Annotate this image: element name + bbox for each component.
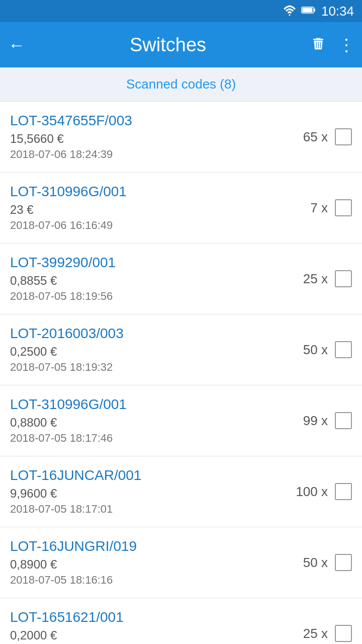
list-item-right: 50 x	[292, 341, 352, 358]
list-item: LOT-2016003/003 0,2500 € 2018-07-05 18:1…	[0, 314, 362, 385]
item-checkbox[interactable]	[335, 270, 352, 287]
lot-code: LOT-16JUNCAR/001	[10, 467, 292, 484]
quantity-text: 25 x	[303, 271, 328, 287]
status-time: 10:34	[321, 4, 354, 19]
item-checkbox[interactable]	[335, 412, 352, 429]
quantity-text: 50 x	[303, 342, 328, 358]
list-item-content: LOT-16JUNGRI/019 0,8900 € 2018-07-05 18:…	[10, 538, 292, 587]
lot-date: 2018-07-05 18:17:01	[10, 503, 292, 516]
quantity-text: 7 x	[310, 200, 328, 216]
list-item-content: LOT-399290/001 0,8855 € 2018-07-05 18:19…	[10, 255, 292, 303]
lot-price: 9,9600 €	[10, 487, 292, 501]
lot-code: LOT-2016003/003	[10, 326, 292, 342]
status-bar: 10:34	[0, 0, 362, 22]
item-checkbox[interactable]	[335, 483, 352, 500]
battery-icon	[301, 5, 316, 18]
scanned-codes-header: Scanned codes (8)	[0, 67, 362, 102]
app-bar: ← Switches ⋮	[0, 22, 362, 67]
scanned-codes-text: Scanned codes (8)	[126, 76, 236, 92]
list-item-right: 100 x	[292, 483, 352, 500]
list-item-right: 25 x	[292, 625, 352, 642]
quantity-text: 25 x	[303, 626, 328, 641]
item-checkbox[interactable]	[335, 341, 352, 358]
delete-button[interactable]	[311, 36, 326, 53]
lot-price: 23 €	[10, 203, 292, 217]
lot-code: LOT-310996G/001	[10, 184, 292, 200]
lot-date: 2018-07-05 18:19:56	[10, 290, 292, 303]
quantity-text: 65 x	[303, 129, 328, 145]
lot-date: 2018-07-05 18:19:32	[10, 361, 292, 374]
lot-code: LOT-3547655F/003	[10, 113, 292, 129]
lot-price: 0,2000 €	[10, 628, 292, 642]
list-item-right: 25 x	[292, 270, 352, 287]
lot-code: LOT-16JUNGRI/019	[10, 538, 292, 554]
list-item: LOT-310996G/001 0,8800 € 2018-07-05 18:1…	[0, 385, 362, 456]
list-item-right: 7 x	[292, 199, 352, 216]
quantity-text: 100 x	[296, 484, 328, 500]
list-item-content: LOT-310996G/001 0,8800 € 2018-07-05 18:1…	[10, 396, 292, 445]
status-icons: 10:34	[283, 4, 354, 19]
svg-rect-2	[314, 9, 315, 12]
item-checkbox[interactable]	[335, 625, 352, 642]
lot-code: LOT-399290/001	[10, 255, 292, 271]
quantity-text: 50 x	[303, 555, 328, 571]
list-item-right: 50 x	[292, 554, 352, 571]
lot-date: 2018-07-06 16:16:49	[10, 219, 292, 232]
svg-rect-3	[302, 8, 312, 12]
item-checkbox[interactable]	[335, 199, 352, 216]
lot-code: LOT-1651621/001	[10, 609, 292, 625]
list-item: LOT-1651621/001 0,2000 € 2018-07-05 18:1…	[0, 598, 362, 644]
list-item-content: LOT-16JUNCAR/001 9,9600 € 2018-07-05 18:…	[10, 467, 292, 516]
lot-date: 2018-07-06 18:24:39	[10, 148, 292, 161]
list-item: LOT-16JUNGRI/019 0,8900 € 2018-07-05 18:…	[0, 527, 362, 598]
back-button[interactable]: ←	[8, 35, 25, 55]
list-item-right: 65 x	[292, 128, 352, 145]
list-item: LOT-310996G/001 23 € 2018-07-06 16:16:49…	[0, 173, 362, 244]
list-item-content: LOT-3547655F/003 15,5660 € 2018-07-06 18…	[10, 113, 292, 161]
item-checkbox[interactable]	[335, 554, 352, 571]
quantity-text: 99 x	[303, 413, 328, 429]
lot-price: 0,2500 €	[10, 345, 292, 359]
list-item: LOT-3547655F/003 15,5660 € 2018-07-06 18…	[0, 102, 362, 173]
lot-price: 0,8900 €	[10, 557, 292, 572]
list-item: LOT-399290/001 0,8855 € 2018-07-05 18:19…	[0, 244, 362, 314]
lot-date: 2018-07-05 18:17:46	[10, 432, 292, 445]
lot-code: LOT-310996G/001	[10, 396, 292, 413]
list-item-right: 99 x	[292, 412, 352, 429]
item-checkbox[interactable]	[335, 128, 352, 145]
wifi-icon	[283, 5, 296, 18]
items-list: LOT-3547655F/003 15,5660 € 2018-07-06 18…	[0, 102, 362, 644]
list-item-content: LOT-310996G/001 23 € 2018-07-06 16:16:49	[10, 184, 292, 232]
list-item-content: LOT-2016003/003 0,2500 € 2018-07-05 18:1…	[10, 326, 292, 374]
lot-date: 2018-07-05 18:16:16	[10, 574, 292, 587]
app-title: Switches	[37, 34, 299, 56]
more-options-button[interactable]: ⋮	[338, 36, 354, 53]
list-item: LOT-16JUNCAR/001 9,9600 € 2018-07-05 18:…	[0, 456, 362, 527]
lot-price: 15,5660 €	[10, 132, 292, 146]
svg-point-0	[289, 14, 290, 16]
app-bar-actions: ⋮	[311, 36, 354, 53]
lot-price: 0,8800 €	[10, 416, 292, 430]
lot-price: 0,8855 €	[10, 274, 292, 288]
list-item-content: LOT-1651621/001 0,2000 € 2018-07-05 18:1…	[10, 609, 292, 644]
